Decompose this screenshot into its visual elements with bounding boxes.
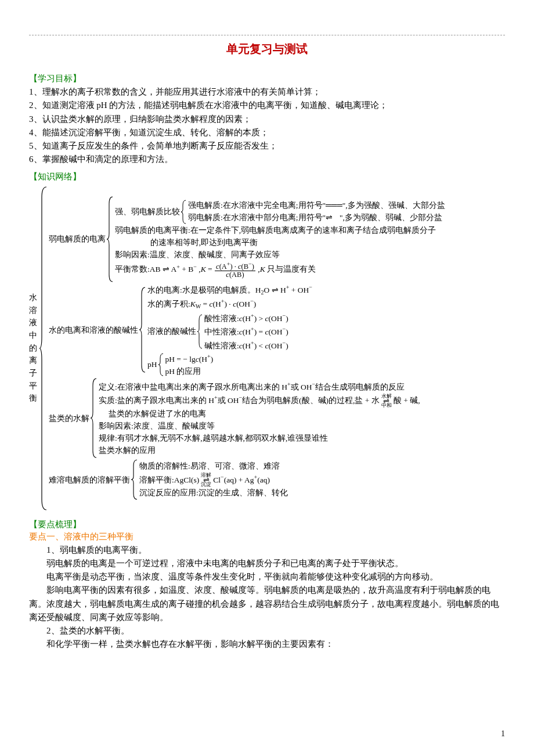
keypoint-heading: 要点一、溶液中的三种平衡 xyxy=(29,531,505,542)
goal-item: 1、理解水的离子积常数的含义，并能应用其进行水溶液中的有关简单计算； xyxy=(29,85,505,99)
page-title: 单元复习与测试 xyxy=(29,41,505,57)
branch-label: 强、弱电解质比较 xyxy=(115,206,180,218)
goal-item: 5、知道离子反应发生的条件，会简单地判断离子反应能否发生； xyxy=(29,139,505,153)
leaf-text: pH 的应用 xyxy=(165,366,214,378)
leaf-text: 水的电离:水是极弱的电解质。H2O ⇌ H+ + OH− xyxy=(147,283,312,297)
goal-item: 6、掌握酸碱中和滴定的原理和方法。 xyxy=(29,153,505,166)
branch-label: 弱电解质的电离 xyxy=(49,233,106,246)
leaf-text: 中性溶液:c(H+) = c(OH−) xyxy=(204,325,288,338)
leaf-text: 碱性溶液:c(H+) < c(OH−) xyxy=(204,339,288,352)
network-heading: 【知识网络】 xyxy=(29,171,505,182)
knowledge-network-diagram: 水溶液中的离子平衡 弱电解质的电离 强、弱电解质比较 强电解质:在水溶液中完全电… xyxy=(29,186,505,511)
paragraph: 电离平衡是动态平衡，当浓度、温度等条件发生变化时，平衡就向着能够使这种变化减弱的… xyxy=(29,570,505,584)
leaf-text: 强电解质:在水溶液中完全电离;用符号"═══",多为强酸、强碱、大部分盐 xyxy=(188,200,445,212)
leaf-text: 溶解平衡:AgCl(s)溶解⇌沉淀Cl−(aq) + Ag+(aq) xyxy=(139,473,288,488)
paragraph: 2、盐类的水解平衡。 xyxy=(29,624,505,638)
goals-heading: 【学习目标】 xyxy=(29,73,505,84)
branch-label: 水的电离和溶液的酸碱性 xyxy=(49,324,138,337)
leaf-text: 实质:盐的离子跟水电离出来的 H+或 OH−结合为弱电解质(酸、碱)的过程,盐 … xyxy=(99,393,420,420)
leaf-text: pH = − lgc(H+) xyxy=(165,352,214,365)
leaf-text: 弱电解质:在水溶液中部分电离;用符号"⇌",多为弱酸、弱碱、少部分盐 xyxy=(188,212,445,224)
leaf-text: 定义:在溶液中盐电离出来的离子跟水所电离出来的 H+或 OH−结合生成弱电解质的… xyxy=(99,380,420,393)
leaf-text: 影响因素:温度、浓度、酸碱度、同离子效应等 xyxy=(115,249,445,261)
leaf-text: 平衡常数:AB ⇌ A+ + B− ,K = c(A+) · c(B−)c(AB… xyxy=(115,261,445,279)
goal-item: 2、知道测定溶液 pH 的方法，能描述弱电解质在水溶液中的电离平衡，知道酸、碱电… xyxy=(29,99,505,112)
goal-item: 4、能描述沉淀溶解平衡，知道沉淀生成、转化、溶解的本质； xyxy=(29,126,505,139)
summary-heading: 【要点梳理】 xyxy=(29,519,505,530)
leaf-text: 物质的溶解性:易溶、可溶、微溶、难溶 xyxy=(139,460,288,473)
page-number: 1 xyxy=(501,729,505,739)
branch-label: 溶液的酸碱性 xyxy=(147,325,196,338)
paragraph: 弱电解质的电离是一个可逆过程，溶液中未电离的电解质分子和已电离的离子处于平衡状态… xyxy=(29,557,505,570)
paragraph: 和化学平衡一样，盐类水解也存在水解平衡，影响水解平衡的主要因素有： xyxy=(29,638,505,651)
root-label: 水溶液中的离子平衡 xyxy=(29,186,38,511)
branch-label: pH xyxy=(147,358,157,371)
goal-item: 3、认识盐类水解的原理，归纳影响盐类水解程度的因素； xyxy=(29,113,505,126)
leaf-text: 水的离子积:KW = c(H+) · c(OH−) xyxy=(147,297,312,311)
leaf-text: 弱电解质的电离平衡:在一定条件下,弱电解质电离成离子的速率和离子结合成弱电解质分… xyxy=(115,225,445,249)
leaf-text: 规律:有弱才水解,无弱不水解,越弱越水解,都弱双水解,谁强显谁性 xyxy=(99,433,420,445)
paragraph: 1、弱电解质的电离平衡。 xyxy=(29,543,505,557)
leaf-text: 影响因素:浓度、温度、酸碱度等 xyxy=(99,420,420,433)
paragraph: 影响电离平衡的因素有很多，如温度、浓度、酸碱度等。弱电解质的电离是吸热的，故升高… xyxy=(29,584,505,624)
leaf-text: 沉淀反应的应用:沉淀的生成、溶解、转化 xyxy=(139,487,288,499)
branch-label: 难溶电解质的溶解平衡 xyxy=(49,474,130,487)
branch-label: 盐类的水解 xyxy=(49,412,89,425)
leaf-text: 酸性溶液:c(H+) > c(OH−) xyxy=(204,311,288,325)
leaf-text: 盐类水解的应用 xyxy=(99,445,420,457)
